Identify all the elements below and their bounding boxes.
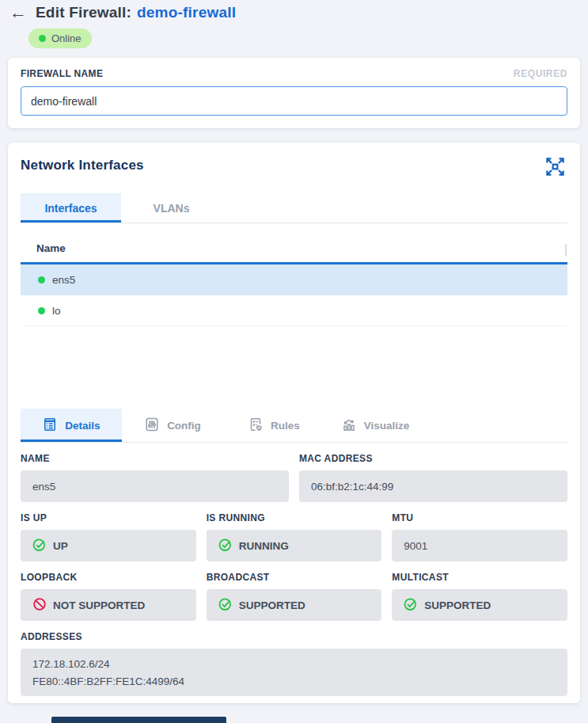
field-loopback: LOOPBACK NOT SUPPORTED	[21, 572, 196, 621]
field-loopback-text: NOT SUPPORTED	[53, 599, 145, 611]
field-addresses-value: 172.18.102.6/24 FE80::4BF:B2FF:FE1C:4499…	[21, 649, 567, 696]
status-dot-icon	[38, 276, 45, 283]
field-multicast-value: SUPPORTED	[392, 589, 567, 621]
detail-tabs: Details Config	[21, 409, 567, 443]
network-interfaces-card: Network Interfaces Interfaces VLANs Name…	[8, 143, 580, 703]
table-header-name[interactable]: Name	[21, 242, 567, 264]
page-header: ← Edit Firewall:demo-firewall	[0, 0, 588, 21]
field-loopback-label: LOOPBACK	[21, 572, 196, 583]
page-title: Edit Firewall:demo-firewall	[36, 4, 236, 21]
tab-rules[interactable]: Rules	[223, 409, 324, 442]
field-is-up-text: UP	[53, 540, 68, 552]
field-name-text: ens5	[32, 481, 55, 493]
field-name-label: NAME	[21, 453, 289, 464]
field-multicast-text: SUPPORTED	[424, 599, 491, 611]
check-circle-icon	[218, 538, 233, 554]
table-row-label: lo	[52, 305, 61, 317]
field-broadcast-label: BROADCAST	[207, 572, 382, 583]
field-mtu-label: MTU	[392, 512, 567, 523]
tab-details-label: Details	[65, 420, 100, 432]
back-arrow-icon[interactable]: ←	[9, 4, 27, 21]
field-mac-label: MAC ADDRESS	[299, 453, 567, 464]
interfaces-table: Name ens5 lo	[21, 242, 567, 409]
tab-vlans[interactable]: VLANs	[121, 193, 222, 223]
field-name: NAME ens5	[21, 453, 289, 502]
status-dot-icon	[38, 307, 45, 314]
required-badge: REQUIRED	[514, 68, 567, 79]
tab-interfaces[interactable]: Interfaces	[21, 193, 121, 223]
interface-tabs: Interfaces VLANs	[21, 193, 567, 223]
page-title-label: Edit Firewall:	[36, 4, 131, 21]
field-loopback-value: NOT SUPPORTED	[21, 589, 196, 621]
online-dot-icon	[39, 35, 46, 42]
network-interfaces-title: Network Interfaces	[21, 154, 144, 173]
tab-rules-label: Rules	[271, 420, 300, 432]
field-name-value: ens5	[21, 470, 289, 502]
sliders-icon	[144, 417, 160, 435]
field-mac-text: 06:bf:b2:1c:44:99	[311, 481, 393, 493]
check-circle-icon	[32, 538, 47, 554]
field-broadcast-text: SUPPORTED	[239, 599, 305, 611]
interface-details: NAME ens5 MAC ADDRESS 06:bf:b2:1c:44:99 …	[21, 453, 567, 696]
field-mtu: MTU 9001	[392, 512, 567, 561]
field-addresses: ADDRESSES 172.18.102.6/24 FE80::4BF:B2FF…	[21, 631, 567, 696]
chart-icon	[341, 417, 357, 435]
field-is-up-label: IS UP	[21, 512, 196, 523]
field-addresses-label: ADDRESSES	[21, 631, 567, 642]
table-empty-area	[21, 326, 567, 409]
address-ipv6: FE80::4BF:B2FF:FE1C:4499/64	[32, 675, 184, 687]
field-mtu-value: 9001	[392, 530, 567, 561]
field-is-running-label: IS RUNNING	[207, 512, 382, 523]
tab-config-label: Config	[167, 420, 201, 432]
field-mtu-text: 9001	[404, 540, 427, 552]
cutoff-bottom-bar	[51, 717, 226, 723]
check-circle-icon	[218, 597, 233, 614]
page-title-firewall-name: demo-firewall	[137, 4, 236, 21]
field-is-running-value: RUNNING	[207, 530, 382, 561]
table-row-ens5[interactable]: ens5	[21, 264, 567, 295]
prohibited-icon	[32, 597, 47, 614]
expand-icon[interactable]	[543, 154, 567, 182]
tab-visualize[interactable]: Visualize	[324, 409, 426, 442]
field-mac-address: MAC ADDRESS 06:bf:b2:1c:44:99	[299, 453, 567, 502]
field-is-up-value: UP	[21, 530, 196, 561]
firewall-name-input[interactable]	[21, 86, 567, 116]
status-badge-label: Online	[51, 32, 82, 44]
scrollbar[interactable]	[565, 244, 567, 256]
field-mac-value: 06:bf:b2:1c:44:99	[299, 470, 567, 502]
firewall-name-label: FIREWALL NAME	[21, 68, 103, 79]
table-row-label: ens5	[52, 274, 75, 286]
field-multicast: MULTICAST SUPPORTED	[392, 572, 567, 621]
field-is-running-text: RUNNING	[239, 540, 289, 552]
tab-visualize-label: Visualize	[364, 420, 410, 432]
table-row-lo[interactable]: lo	[21, 295, 567, 326]
tab-details[interactable]: Details	[21, 409, 122, 442]
field-multicast-label: MULTICAST	[392, 572, 567, 583]
field-broadcast: BROADCAST SUPPORTED	[207, 572, 382, 621]
field-is-running: IS RUNNING RUNNING	[207, 512, 382, 561]
address-ipv4: 172.18.102.6/24	[32, 658, 110, 670]
status-badge: Online	[28, 29, 92, 48]
check-circle-icon	[404, 597, 418, 614]
field-is-up: IS UP UP	[21, 512, 196, 561]
details-list-icon	[42, 417, 58, 435]
tab-config[interactable]: Config	[122, 409, 223, 442]
field-broadcast-value: SUPPORTED	[207, 589, 382, 621]
firewall-name-card: FIREWALL NAME REQUIRED	[8, 58, 580, 128]
rules-checklist-icon	[248, 417, 264, 435]
